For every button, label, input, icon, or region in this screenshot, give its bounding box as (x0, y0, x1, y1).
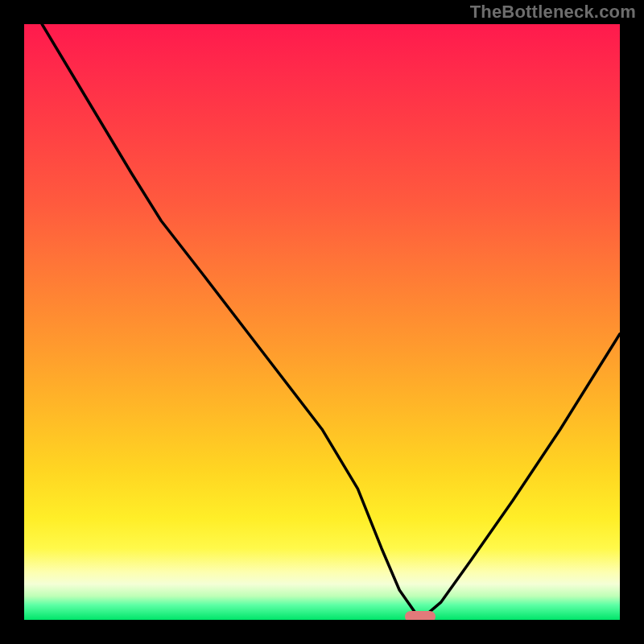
trough-marker (405, 611, 436, 620)
curve-path (42, 24, 620, 620)
plot-area (24, 24, 620, 620)
watermark-text: TheBottleneck.com (470, 2, 636, 23)
bottleneck-curve (24, 24, 620, 620)
chart-frame: TheBottleneck.com (0, 0, 644, 644)
